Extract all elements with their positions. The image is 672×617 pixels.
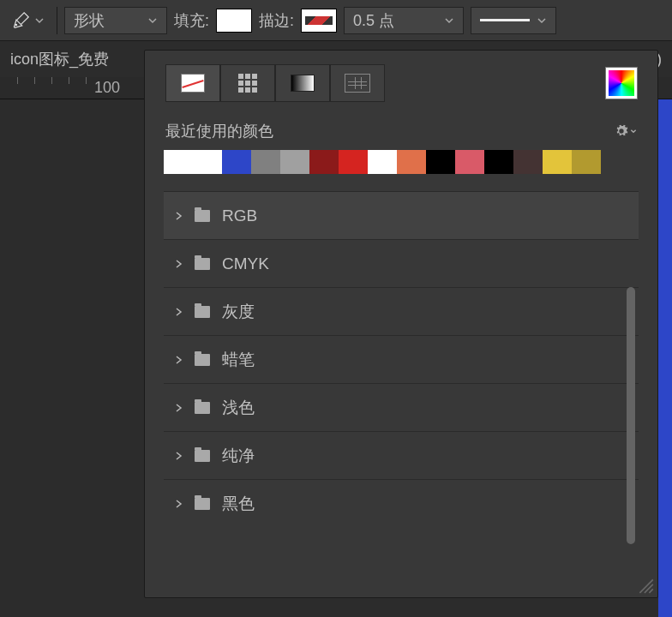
recent-swatch[interactable] xyxy=(572,150,601,174)
resize-grip-icon[interactable] xyxy=(636,576,655,595)
recent-swatch[interactable] xyxy=(426,150,455,174)
caret-right-icon xyxy=(174,260,183,268)
color-picker-button[interactable] xyxy=(606,68,637,99)
line-style-select[interactable] xyxy=(471,7,556,34)
chevron-down-icon xyxy=(147,15,158,26)
folder-icon xyxy=(195,210,210,222)
color-mode-tabs xyxy=(145,51,657,112)
recent-swatch[interactable] xyxy=(455,150,484,174)
caret-right-icon xyxy=(174,212,183,220)
chevron-down-icon xyxy=(537,15,547,26)
pen-icon xyxy=(12,12,29,29)
stroke-swatch[interactable] xyxy=(301,9,337,33)
folder-label: 灰度 xyxy=(222,301,255,323)
solid-line-icon xyxy=(480,19,530,21)
folder-icon xyxy=(195,354,210,366)
recent-colors-row xyxy=(145,150,657,184)
tool-mode-label: 形状 xyxy=(74,10,105,31)
recent-swatch[interactable] xyxy=(368,150,397,174)
stroke-width-select[interactable]: 0.5 点 xyxy=(344,7,464,34)
caret-right-icon xyxy=(174,308,183,316)
fill-swatch[interactable] xyxy=(216,9,252,33)
tool-mode-select[interactable]: 形状 xyxy=(64,7,167,34)
chevron-down-icon xyxy=(444,15,454,26)
caret-right-icon xyxy=(174,452,183,460)
fill-label: 填充: xyxy=(174,10,209,31)
chevron-down-icon xyxy=(630,128,637,135)
color-picker-panel: 最近使用的颜色 RGBCMYK灰度蜡笔浅色纯净黑色 xyxy=(144,50,658,598)
pen-tool-button[interactable] xyxy=(7,9,50,33)
caret-right-icon xyxy=(174,500,183,508)
chevron-down-icon xyxy=(34,15,45,26)
folder-label: RGB xyxy=(222,207,257,225)
color-folder-item[interactable]: RGB xyxy=(164,191,639,239)
recent-swatch[interactable] xyxy=(222,150,251,174)
pattern-tab[interactable] xyxy=(330,64,385,102)
color-folder-item[interactable]: 蜡笔 xyxy=(164,335,639,383)
folder-icon xyxy=(195,306,210,318)
panel-options-button[interactable] xyxy=(615,124,637,138)
recent-swatch[interactable] xyxy=(513,150,543,174)
gradient-icon xyxy=(291,75,315,92)
divider xyxy=(57,7,57,34)
folder-label: 黑色 xyxy=(222,493,255,515)
folder-label: CMYK xyxy=(222,255,269,273)
color-folder-item[interactable]: 灰度 xyxy=(164,287,639,335)
recent-swatch[interactable] xyxy=(164,150,193,174)
color-folder-item[interactable]: CMYK xyxy=(164,239,639,287)
folder-label: 纯净 xyxy=(222,445,255,467)
caret-right-icon xyxy=(174,356,183,364)
recent-swatch[interactable] xyxy=(193,150,222,174)
recent-swatch[interactable] xyxy=(397,150,426,174)
ruler-mark-100: 100 xyxy=(94,79,120,97)
recent-swatch[interactable] xyxy=(339,150,368,174)
folder-icon xyxy=(195,402,210,414)
stroke-width-value: 0.5 点 xyxy=(353,10,394,31)
options-toolbar: 形状 填充: 描边: 0.5 点 xyxy=(0,0,672,41)
recent-swatch[interactable] xyxy=(280,150,309,174)
color-folder-list: RGBCMYK灰度蜡笔浅色纯净黑色 xyxy=(145,184,657,534)
color-folder-item[interactable]: 浅色 xyxy=(164,383,639,431)
color-folder-item[interactable]: 纯净 xyxy=(164,431,639,479)
document-tab[interactable]: icon图标_免费 xyxy=(10,49,109,69)
no-color-tab[interactable] xyxy=(165,64,220,102)
stroke-label: 描边: xyxy=(259,10,294,31)
pattern-icon xyxy=(345,74,370,93)
scrollbar[interactable] xyxy=(627,287,635,544)
folder-icon xyxy=(195,258,210,270)
artboard-edge xyxy=(658,99,672,617)
recent-swatch[interactable] xyxy=(484,150,513,174)
color-folder-item[interactable]: 黑色 xyxy=(164,479,639,527)
grid-icon xyxy=(238,74,257,93)
recent-swatch[interactable] xyxy=(309,150,339,174)
svg-point-0 xyxy=(15,23,18,26)
no-color-icon xyxy=(181,74,205,93)
gradient-tab[interactable] xyxy=(275,64,330,102)
folder-icon xyxy=(195,498,210,510)
recent-swatch[interactable] xyxy=(251,150,280,174)
caret-right-icon xyxy=(174,404,183,412)
folder-label: 蜡笔 xyxy=(222,349,255,371)
swatches-tab[interactable] xyxy=(220,64,275,102)
recent-colors-label: 最近使用的颜色 xyxy=(165,121,273,141)
folder-label: 浅色 xyxy=(222,397,255,419)
folder-icon xyxy=(195,450,210,462)
gear-icon xyxy=(615,124,628,138)
recent-swatch[interactable] xyxy=(543,150,572,174)
